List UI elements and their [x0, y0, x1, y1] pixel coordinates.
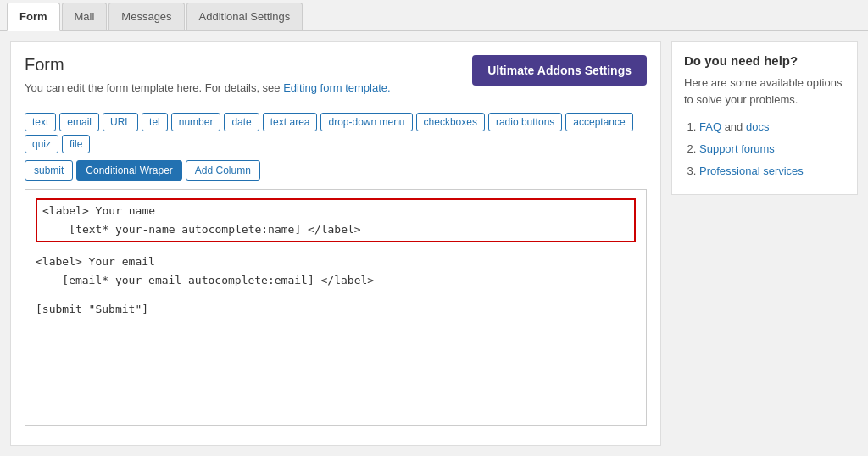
tabs-bar: Form Mail Messages Additional Settings: [0, 0, 868, 31]
tag-btn-tel[interactable]: tel: [142, 113, 168, 131]
support-forums-link[interactable]: Support forums: [699, 142, 775, 155]
page-wrapper: Form Mail Messages Additional Settings F…: [0, 0, 868, 456]
tag-btn-file[interactable]: file: [62, 135, 90, 153]
code-line-2: [text* your-name autocomplete:name] </la…: [42, 220, 629, 239]
editing-form-template-link[interactable]: Editing form template.: [283, 81, 390, 94]
code-section-submit: [submit "Submit"]: [36, 300, 636, 319]
code-line-1: <label> Your name: [42, 202, 629, 220]
code-line-3: <label> Your email: [36, 253, 636, 271]
tag-btn-url[interactable]: URL: [103, 113, 138, 131]
code-line-5: [submit "Submit"]: [36, 300, 636, 319]
tab-form[interactable]: Form: [7, 3, 60, 31]
help-links-list: FAQ and docs Support forums Professional…: [684, 116, 845, 182]
and-text: and: [725, 120, 746, 133]
ultimate-addons-settings-button[interactable]: Ultimate Addons Settings: [472, 55, 647, 86]
main-content: Form You can edit the form template here…: [0, 31, 868, 456]
right-panel-description: Here are some available options to solve…: [684, 75, 845, 108]
code-line-4: [email* your-email autocomplete:email] <…: [36, 271, 636, 290]
highlighted-code-block: <label> Your name [text* your-name autoc…: [36, 198, 636, 242]
tag-btn-number[interactable]: number: [171, 113, 221, 131]
action-buttons-row: submit Conditional Wraper Add Column: [25, 160, 647, 181]
conditional-wrapper-button[interactable]: Conditional Wraper: [76, 160, 182, 181]
add-column-button[interactable]: Add Column: [186, 160, 260, 181]
tag-btn-quiz[interactable]: quiz: [25, 135, 58, 153]
code-section-highlighted: <label> Your name [text* your-name autoc…: [36, 198, 636, 242]
professional-services-link[interactable]: Professional services: [699, 164, 804, 177]
help-link-item-2: Support forums: [699, 138, 845, 160]
panel-header-left: Form You can edit the form template here…: [25, 55, 459, 104]
tag-btn-radio[interactable]: radio buttons: [488, 113, 562, 131]
help-link-item-3: Professional services: [699, 160, 845, 182]
panel-description-text: You can edit the form template here. For…: [25, 81, 283, 94]
tag-btn-dropdown[interactable]: drop-down menu: [320, 113, 412, 131]
help-link-item-1: FAQ and docs: [699, 116, 845, 138]
code-editor[interactable]: <label> Your name [text* your-name autoc…: [25, 189, 647, 426]
tag-btn-email[interactable]: email: [59, 113, 99, 131]
faq-link[interactable]: FAQ: [699, 120, 721, 133]
tag-btn-checkboxes[interactable]: checkboxes: [416, 113, 485, 131]
tab-additional-settings[interactable]: Additional Settings: [186, 3, 303, 31]
tab-mail[interactable]: Mail: [62, 3, 108, 31]
tag-btn-text[interactable]: text: [25, 113, 56, 131]
code-section-email: <label> Your email [email* your-email au…: [36, 253, 636, 290]
panel-description: You can edit the form template here. For…: [25, 81, 459, 94]
tag-btn-acceptance[interactable]: acceptance: [565, 113, 632, 131]
docs-link[interactable]: docs: [746, 120, 769, 133]
tab-messages[interactable]: Messages: [108, 3, 184, 31]
right-panel-title: Do you need help?: [684, 53, 845, 68]
submit-button[interactable]: submit: [25, 160, 73, 181]
panel-header: Form You can edit the form template here…: [25, 55, 647, 104]
tag-btn-date[interactable]: date: [224, 113, 259, 131]
panel-title: Form: [25, 55, 459, 75]
left-panel: Form You can edit the form template here…: [10, 41, 661, 446]
tag-btn-textarea[interactable]: text area: [263, 113, 318, 131]
tag-buttons-row: text email URL tel number date text area…: [25, 113, 647, 153]
right-panel: Do you need help? Here are some availabl…: [671, 41, 858, 195]
